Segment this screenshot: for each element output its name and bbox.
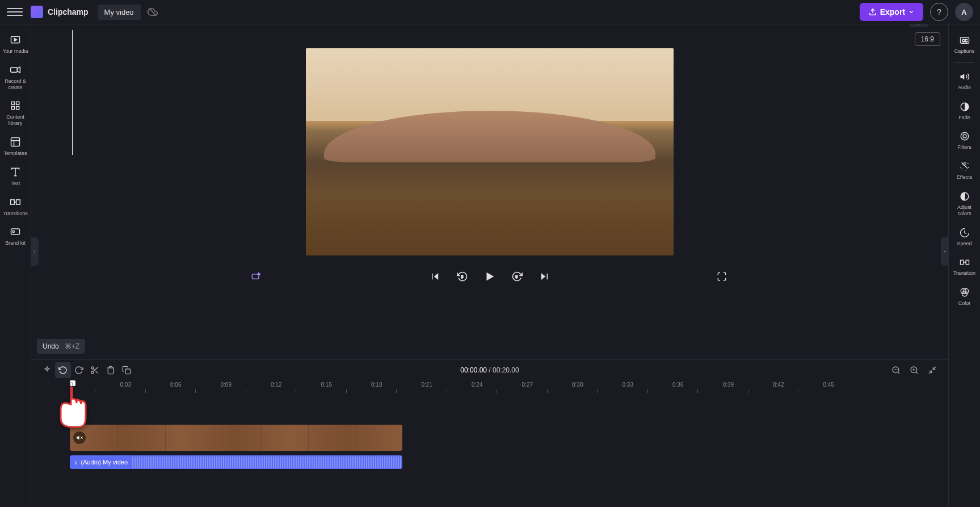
media-icon <box>9 33 22 46</box>
user-avatar[interactable]: A <box>955 3 973 21</box>
svg-rect-33 <box>125 369 131 374</box>
sidebar-item-label: Templates <box>3 150 27 157</box>
svg-point-29 <box>91 371 94 374</box>
video-preview[interactable] <box>306 48 674 255</box>
timeline-ruler[interactable]: 00:030:060:090:120:150:180:210:240:270:3… <box>31 380 948 394</box>
ruler-label: 0:03 <box>120 382 131 388</box>
timeline-section: ⌄ 00:00.00 / 00:20.00 00:030 <box>31 359 948 507</box>
ruler-label: 0:06 <box>170 382 181 388</box>
undo-tooltip: Undo ⌘+Z <box>37 339 85 354</box>
mute-icon[interactable] <box>73 431 86 444</box>
sidebar-item-label: Brand kit <box>5 240 26 246</box>
sidebar-item-label: Record & create <box>1 78 30 91</box>
aspect-ratio-badge[interactable]: 16:9 <box>915 32 940 46</box>
sidebar-item-label: Your media <box>2 48 28 55</box>
filters-panel-button[interactable]: Filters <box>950 126 979 155</box>
fullscreen-button[interactable] <box>714 269 729 284</box>
text-icon <box>9 166 22 178</box>
tooltip-shortcut: ⌘+Z <box>65 342 79 350</box>
transitions-icon <box>9 196 22 208</box>
sidebar-brand-kit[interactable]: Brand kit <box>1 221 30 251</box>
svg-marker-26 <box>541 273 546 280</box>
svg-point-51 <box>963 135 966 138</box>
ruler-label: 0:24 <box>472 382 482 388</box>
effects-panel-button[interactable]: Effects <box>950 156 979 185</box>
cloud-sync-icon <box>148 7 158 17</box>
transition-icon <box>959 257 970 268</box>
skip-back-button[interactable] <box>428 269 443 284</box>
split-button[interactable] <box>87 362 103 378</box>
sidebar-record-create[interactable]: Record & create <box>1 59 30 95</box>
sidebar-item-label: Fade <box>958 115 970 121</box>
effects-icon <box>959 161 970 172</box>
video-title-input[interactable]: My video <box>98 5 141 20</box>
sidebar-content-library[interactable]: Content library <box>1 95 30 131</box>
audio-icon <box>959 71 970 82</box>
svg-rect-10 <box>11 137 20 146</box>
adjust-colors-panel-button[interactable]: Adjust colors <box>950 186 979 221</box>
color-panel-button[interactable]: Color <box>950 282 979 311</box>
svg-point-19 <box>12 231 14 233</box>
help-button[interactable]: ? <box>930 3 948 21</box>
svg-line-41 <box>933 367 936 370</box>
svg-line-42 <box>929 371 932 374</box>
svg-rect-8 <box>11 107 14 110</box>
svg-rect-20 <box>252 274 259 279</box>
left-sidebar: Your media Record & create Content libra… <box>0 24 31 507</box>
svg-line-0 <box>149 9 156 15</box>
sidebar-transitions[interactable]: Transitions <box>1 191 30 221</box>
fade-icon <box>959 101 970 112</box>
fit-timeline-button[interactable] <box>924 362 940 378</box>
duplicate-button[interactable] <box>119 362 134 378</box>
speed-panel-button[interactable]: Speed <box>950 223 979 252</box>
svg-rect-4 <box>11 68 18 72</box>
svg-point-50 <box>961 133 969 141</box>
audio-clip[interactable]: ♪ (Audio) My video <box>70 455 402 469</box>
ruler-label: 0:09 <box>221 382 232 388</box>
video-clip[interactable] <box>70 425 402 451</box>
camera-icon <box>9 64 22 76</box>
rewind-5-button[interactable]: 5 <box>455 269 470 284</box>
sidebar-text[interactable]: Text <box>1 161 30 191</box>
forward-5-button[interactable]: 5 <box>510 269 524 284</box>
adjust-icon <box>959 191 970 202</box>
menu-button[interactable] <box>7 4 23 20</box>
delete-button[interactable] <box>103 362 119 378</box>
collapse-timeline-button[interactable]: ⌄ <box>910 24 928 27</box>
skip-forward-button[interactable] <box>537 269 552 284</box>
audio-waveform <box>132 456 402 468</box>
app-name: Clipchamp <box>48 7 89 16</box>
audio-clip-label: (Audio) My video <box>81 459 128 466</box>
svg-point-28 <box>91 367 94 369</box>
library-icon <box>9 99 22 112</box>
collapse-right-panel[interactable] <box>941 237 949 266</box>
playback-controls: 5 5 <box>31 255 948 292</box>
undo-button[interactable] <box>55 362 71 378</box>
sidebar-item-label: Effects <box>957 174 972 181</box>
captions-panel-button[interactable]: CC Captions <box>950 30 979 59</box>
sidebar-templates[interactable]: Templates <box>1 131 30 161</box>
preview-area: 16:9 5 5 Undo ⌘+Z <box>31 24 948 359</box>
ai-tool-button[interactable] <box>39 362 55 378</box>
svg-line-38 <box>916 372 918 374</box>
svg-line-35 <box>898 372 899 374</box>
svg-rect-6 <box>11 102 14 105</box>
audio-panel-button[interactable]: Audio <box>950 66 979 95</box>
redo-button[interactable] <box>71 362 87 378</box>
fade-panel-button[interactable]: Fade <box>950 97 979 125</box>
app-logo <box>31 6 43 18</box>
zoom-out-button[interactable] <box>888 362 904 378</box>
svg-rect-53 <box>960 261 963 265</box>
svg-text:5: 5 <box>516 275 518 279</box>
svg-text:CC: CC <box>962 39 968 43</box>
zoom-in-button[interactable] <box>906 362 922 378</box>
auto-compose-icon[interactable] <box>250 271 262 282</box>
play-button[interactable] <box>482 269 497 284</box>
sidebar-your-media[interactable]: Your media <box>1 29 30 59</box>
ruler-label: 0:15 <box>321 382 332 388</box>
export-button[interactable]: Export <box>860 3 923 21</box>
sidebar-item-label: Adjust colors <box>950 204 979 217</box>
timeline-time-display: 00:00.00 / 00:20.00 <box>460 366 519 374</box>
transition-panel-button[interactable]: Transition <box>950 252 979 281</box>
svg-line-31 <box>96 371 98 374</box>
